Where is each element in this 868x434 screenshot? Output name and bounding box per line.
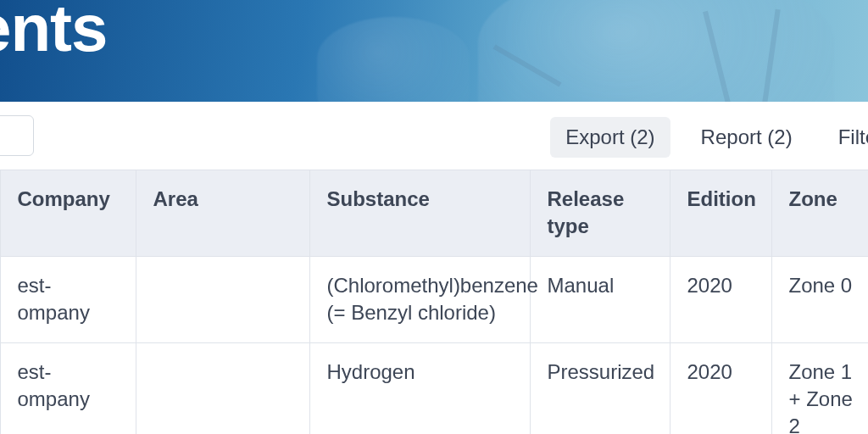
export-button[interactable]: Export (2): [550, 117, 670, 158]
hero-banner: ents: [0, 0, 868, 102]
table-header-row: Company Area Substance Release type Edit…: [0, 170, 868, 257]
hero-decor-tank-small: [317, 17, 470, 102]
hero-decor-tank-large: [478, 0, 834, 102]
search-input[interactable]: [0, 115, 34, 156]
table-cell-area: [136, 256, 309, 342]
table-header-company: Company: [0, 170, 136, 257]
table-header-edition: Edition: [670, 170, 771, 257]
table-row: est-ompany (Chloromethyl)benzene (= Benz…: [0, 256, 868, 342]
table-header-substance: Substance: [309, 170, 530, 257]
toolbar-actions: Export (2) Report (2) Filte: [550, 117, 868, 158]
table-cell-area: [136, 342, 309, 434]
table-cell-edition: 2020: [670, 342, 771, 434]
table-cell-company: est-ompany: [0, 342, 136, 434]
toolbar: Export (2) Report (2) Filte: [0, 102, 868, 170]
page-title: ents: [0, 0, 107, 67]
assessments-table-wrap: Company Area Substance Release type Edit…: [0, 170, 868, 434]
report-button[interactable]: Report (2): [686, 117, 808, 158]
table-cell-release-type: Manual: [530, 256, 670, 342]
table-cell-edition: 2020: [670, 256, 771, 342]
table-row: est-ompany Hydrogen Pressurized 2020 Zon…: [0, 342, 868, 434]
table-cell-release-type: Pressurized: [530, 342, 670, 434]
table-cell-zone: Zone 1 + Zone 2: [771, 342, 868, 434]
table-cell-substance: (Chloromethyl)benzene (= Benzyl chloride…: [309, 256, 530, 342]
assessments-table: Company Area Substance Release type Edit…: [0, 170, 868, 434]
table-cell-company: est-ompany: [0, 256, 136, 342]
table-header-zone: Zone: [771, 170, 868, 257]
table-cell-zone: Zone 0: [771, 256, 868, 342]
filter-button[interactable]: Filte: [823, 117, 868, 158]
table-header-release-type: Release type: [530, 170, 670, 257]
table-header-area: Area: [136, 170, 309, 257]
table-cell-substance: Hydrogen: [309, 342, 530, 434]
